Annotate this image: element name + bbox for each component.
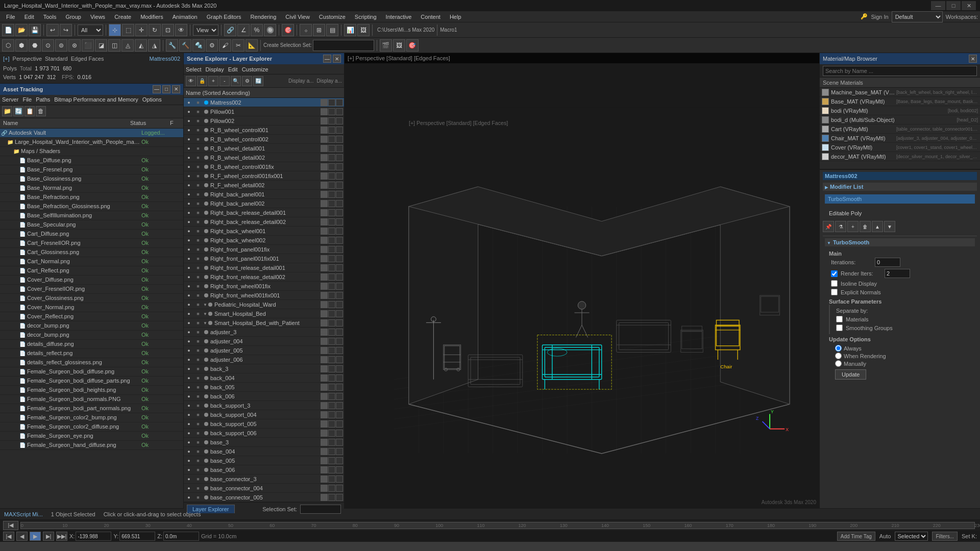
scene-col-icon[interactable] <box>321 154 328 161</box>
scene-col-icon[interactable] <box>328 145 335 152</box>
selection-set-bottom-input[interactable] <box>300 505 341 514</box>
tb2-btn4[interactable]: ⊙ <box>42 39 54 52</box>
asset-list-item[interactable]: 📄Female_Surgeon_eye.pngOk <box>0 432 183 441</box>
asset-menu-options[interactable]: Options <box>142 96 162 103</box>
scene-col-icon[interactable] <box>336 494 343 501</box>
scene-col-icon[interactable] <box>336 457 343 464</box>
scene-menu-edit[interactable]: Edit <box>228 66 238 72</box>
tb2-btn9[interactable]: ◫ <box>108 39 120 52</box>
asset-list-item[interactable]: 📁Large_Hospital_Ward_Interior_with_Peopl… <box>0 138 183 147</box>
scene-list-item[interactable]: ●■back_004 <box>184 373 344 383</box>
freeze-icon[interactable]: ■ <box>194 126 202 134</box>
freeze-icon[interactable]: ■ <box>194 484 202 492</box>
visibility-icon[interactable]: ● <box>185 264 193 272</box>
mat-list[interactable]: Machine_base_MAT (VRayMtl)[back_left_whe… <box>820 88 980 169</box>
menu-rendering[interactable]: Rendering <box>247 13 281 21</box>
scene-col-icon[interactable] <box>328 237 335 244</box>
scene-col-icon[interactable] <box>321 264 328 271</box>
scene-tb-refresh[interactable]: 🔄 <box>253 76 263 86</box>
scene-tb-eye[interactable]: 👁 <box>186 76 196 86</box>
asset-list-item[interactable]: 📁Maps / Shaders <box>0 147 183 156</box>
scene-col-icon[interactable] <box>336 448 343 455</box>
visibility-icon[interactable]: ● <box>185 420 193 428</box>
freeze-icon[interactable]: ■ <box>194 383 202 391</box>
expand-button[interactable] <box>203 320 207 325</box>
visibility-icon[interactable]: ● <box>185 383 193 391</box>
visibility-icon[interactable]: ● <box>185 181 193 189</box>
visibility-icon[interactable]: ● <box>185 493 193 502</box>
scene-list-item[interactable]: ●■Right_back_release_detail002 <box>184 217 344 227</box>
isoline-checkbox[interactable] <box>831 280 838 287</box>
scene-list-item[interactable]: ●■adjuster_004 <box>184 337 344 346</box>
freeze-icon[interactable]: ■ <box>194 457 202 465</box>
asset-minimize[interactable]: — <box>153 85 161 93</box>
scene-list-item[interactable]: ●■R_B_wheel_control001 <box>184 126 344 135</box>
angle-snap-btn[interactable]: ∠ <box>237 24 250 36</box>
scene-list-item[interactable]: ●■Right_back_panel002 <box>184 199 344 208</box>
scene-col-icon[interactable] <box>336 99 343 106</box>
scene-col-icon[interactable] <box>336 191 343 198</box>
scene-list-item[interactable]: ●■back_support_004 <box>184 410 344 419</box>
editable-poly-modifier[interactable]: Editable Poly <box>826 209 974 218</box>
freeze-icon[interactable]: ■ <box>194 144 202 153</box>
scene-list-item[interactable]: ●■Pillow002 <box>184 116 344 126</box>
create-selection-set-btn[interactable]: 🎯 <box>282 24 294 36</box>
visibility-icon[interactable]: ● <box>185 144 193 153</box>
asset-list-item[interactable]: 📄Cart_Reflect.pngOk <box>0 266 183 276</box>
scene-list-item[interactable]: ●■Pillow001 <box>184 107 344 116</box>
freeze-icon[interactable]: ■ <box>194 346 202 355</box>
scene-col-icon[interactable] <box>328 338 335 345</box>
tb2-btn6[interactable]: ⊛ <box>68 39 81 52</box>
tb2-btn15[interactable]: 🔩 <box>192 39 205 52</box>
scene-col-icon[interactable] <box>328 255 335 262</box>
asset-list-item[interactable]: 📄Cart_Normal.pngOk <box>0 257 183 266</box>
scene-list-item[interactable]: ●■base_3 <box>184 438 344 447</box>
tb2-btn8[interactable]: ◪ <box>95 39 107 52</box>
workspace-dropdown[interactable]: Default <box>892 11 943 22</box>
asset-list-item[interactable]: 📄Base_Fresnel.pngOk <box>0 165 183 174</box>
asset-tb-btn1[interactable]: 📁 <box>2 106 12 116</box>
scene-col-icon[interactable] <box>321 117 328 124</box>
visibility-icon[interactable]: ● <box>185 356 193 364</box>
freeze-icon[interactable]: ■ <box>194 172 202 180</box>
visibility-icon[interactable]: ● <box>185 438 193 446</box>
select-btn[interactable]: ⊹ <box>109 24 121 36</box>
manually-radio[interactable] <box>835 360 842 367</box>
scene-list-item[interactable]: ●■R_B_wheel_control002 <box>184 135 344 144</box>
scene-col-icon[interactable] <box>336 374 343 382</box>
scene-list-item[interactable]: ●■R_B_wheel_detail002 <box>184 153 344 162</box>
scene-list-item[interactable]: ●■Right_back_wheel001 <box>184 227 344 236</box>
select-region-btn[interactable]: ⬚ <box>122 24 134 36</box>
scene-col-icon[interactable] <box>321 384 328 391</box>
menu-animation[interactable]: Animation <box>168 13 202 21</box>
update-button[interactable]: Update <box>835 369 866 380</box>
scene-col-icon[interactable] <box>328 154 335 161</box>
scene-list-item[interactable]: ●■back_006 <box>184 392 344 401</box>
asset-list-item[interactable]: 📄Base_Specular.pngOk <box>0 220 183 230</box>
scene-list-item[interactable]: ●■Smart_Hospital_Bed <box>184 309 344 318</box>
freeze-icon[interactable]: ■ <box>194 356 202 364</box>
scene-list-item[interactable]: ●■base_connector_3 <box>184 474 344 484</box>
scene-col-icon[interactable] <box>328 292 335 299</box>
scene-col-icon[interactable] <box>328 356 335 363</box>
freeze-icon[interactable]: ■ <box>194 154 202 162</box>
x-input[interactable] <box>76 532 111 541</box>
visibility-icon[interactable]: ● <box>185 108 193 116</box>
scale-btn[interactable]: ⊡ <box>162 24 174 36</box>
play-start-btn[interactable]: |◀ <box>3 532 14 541</box>
visibility-icon[interactable]: ● <box>185 190 193 198</box>
tb2-btn1[interactable]: ⬡ <box>2 39 14 52</box>
scene-col-icon[interactable] <box>321 374 328 382</box>
visibility-icon[interactable]: ● <box>185 199 193 208</box>
scene-list-item[interactable]: ●■adjuster_005 <box>184 346 344 355</box>
asset-list-item[interactable]: 📄Base_Diffuse.pngOk <box>0 156 183 165</box>
scene-list-item[interactable]: ●■base_006 <box>184 465 344 474</box>
scene-col-icon[interactable] <box>321 246 328 253</box>
play-end-btn[interactable]: ▶▶| <box>56 532 67 541</box>
visibility-icon[interactable]: ● <box>185 328 193 336</box>
visibility-icon[interactable]: ● <box>185 457 193 465</box>
scene-list-item[interactable]: ●■Right_front_release_detail001 <box>184 263 344 272</box>
tb2-btn16[interactable]: ⚙ <box>206 39 218 52</box>
scene-col-icon[interactable] <box>336 218 343 226</box>
visibility-icon[interactable]: ● <box>185 411 193 419</box>
